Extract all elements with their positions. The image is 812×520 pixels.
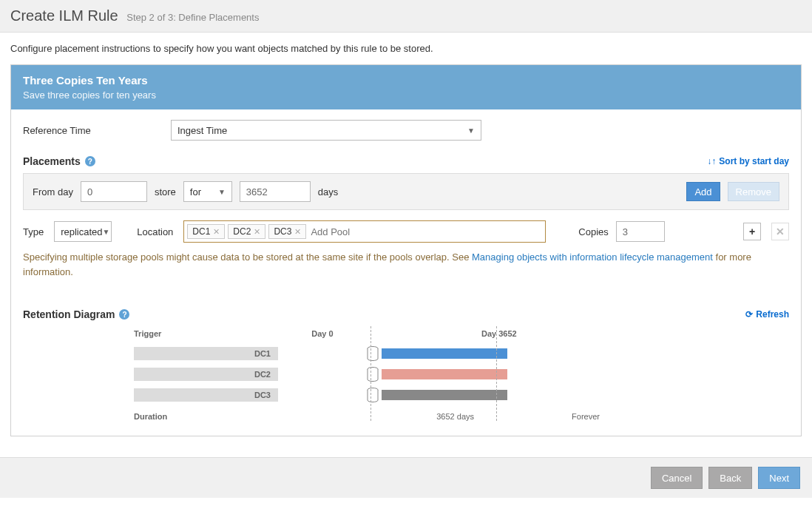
note-pre: Specifying multiple storage pools might … [23,251,472,263]
rule-name: Three Copies Ten Years [23,74,789,87]
copies-input[interactable] [616,221,665,242]
sort-link-text: Sort by start day [719,156,789,166]
refresh-link[interactable]: ⟳ Refresh [745,309,789,320]
rule-card: Three Copies Ten Years Save three copies… [10,64,802,436]
add-type-button[interactable]: + [743,223,761,240]
type-label: Type [23,226,44,237]
location-pool-input[interactable]: DC1✕ DC2✕ DC3✕ [183,220,546,243]
day0-label: Day 0 [163,329,481,338]
page-header: Create ILM Rule Step 2 of 3: Define Plac… [0,0,812,33]
refresh-icon: ⟳ [745,309,753,320]
diagram-row-dc1: DC1 [134,345,789,362]
reference-time-row: Reference Time Ingest Time ▼ [23,120,789,141]
pool-tag-label: DC1 [192,226,210,237]
rule-card-header: Three Copies Ten Years Save three copies… [11,65,801,109]
duration-label: Duration [134,412,252,421]
from-day-input[interactable] [81,181,147,202]
diagram-row-label: DC1 [134,349,278,358]
location-label: Location [137,226,173,237]
diagram-row-label: DC3 [134,391,278,399]
sort-by-start-day-link[interactable]: ↓↑ Sort by start day [707,156,789,166]
caret-down-icon: ▼ [103,228,110,236]
pool-tag-label: DC3 [274,226,291,237]
days-input[interactable] [240,181,311,202]
store-label: store [155,186,176,197]
diagram-bar [382,369,507,379]
pool-tag-dc3[interactable]: DC3✕ [268,224,306,239]
add-pool-input[interactable] [309,223,542,240]
remove-button: Remove [728,182,779,201]
type-value: replicated [61,226,102,237]
retention-heading: Retention Diagram ? [23,308,129,320]
day-end-label: Day 3652 [481,329,607,338]
duration-right: Forever [481,412,607,421]
diagram-bar [382,390,507,400]
marker-line-day-end [496,326,497,421]
reference-time-value: Ingest Time [177,125,227,136]
storage-cylinder-icon [367,346,379,361]
days-label: days [318,186,338,197]
plus-icon: + [749,226,755,237]
remove-icon: ✕ [776,226,785,237]
back-button[interactable]: Back [708,467,752,489]
add-button[interactable]: Add [686,182,720,201]
placement-row: From day store for ▼ days Add Remove [23,173,789,210]
help-icon[interactable]: ? [85,156,95,166]
remove-type-button: ✕ [771,223,789,240]
retention-diagram: Trigger Day 0 Day 3652 DC1 [134,326,789,421]
caret-down-icon: ▼ [467,126,475,135]
store-for-value: for [190,186,201,197]
rule-description: Save three copies for ten years [23,90,789,101]
footer-bar: Cancel Back Next [0,457,812,498]
placements-title-text: Placements [23,155,81,167]
refresh-text: Refresh [756,309,789,320]
sort-icon: ↓↑ [707,156,716,166]
type-select[interactable]: replicated ▼ [54,221,112,242]
storage-cylinder-icon [367,367,379,382]
placements-heading: Placements ? [23,155,95,167]
diagram-row-dc3: DC3 [134,387,789,403]
diagram-row-dc2: DC2 [134,366,789,382]
next-button[interactable]: Next [758,467,800,489]
page-title: Create ILM Rule [10,7,118,24]
remove-pool-icon[interactable]: ✕ [254,227,260,237]
retention-title-text: Retention Diagram [23,308,115,320]
marker-line-day0 [371,326,371,421]
store-for-select[interactable]: for ▼ [183,181,232,202]
reference-time-label: Reference Time [23,125,171,136]
diagram-row-label: DC2 [134,370,278,379]
caret-down-icon: ▼ [218,188,226,196]
pool-warning-note: Specifying multiple storage pools might … [23,250,789,279]
page-step: Step 2 of 3: Define Placements [126,12,259,23]
pool-tag-dc2[interactable]: DC2✕ [228,224,265,239]
remove-pool-icon[interactable]: ✕ [213,227,220,237]
diagram-bar [382,348,507,359]
help-icon[interactable]: ? [119,309,129,320]
pool-tag-dc1[interactable]: DC1✕ [187,224,225,239]
cancel-button[interactable]: Cancel [651,467,703,489]
type-row: Type replicated ▼ Location DC1✕ DC2✕ DC3… [23,220,789,243]
from-day-label: From day [33,186,73,197]
note-link[interactable]: Managing objects with information lifecy… [472,251,713,263]
instructions-text: Configure placement instructions to spec… [0,33,812,64]
pool-tag-label: DC2 [233,226,251,237]
copies-label: Copies [578,226,608,237]
remove-pool-icon[interactable]: ✕ [294,227,301,237]
duration-mid: 3652 days [252,412,481,421]
storage-cylinder-icon [367,388,379,402]
reference-time-select[interactable]: Ingest Time ▼ [171,120,481,141]
